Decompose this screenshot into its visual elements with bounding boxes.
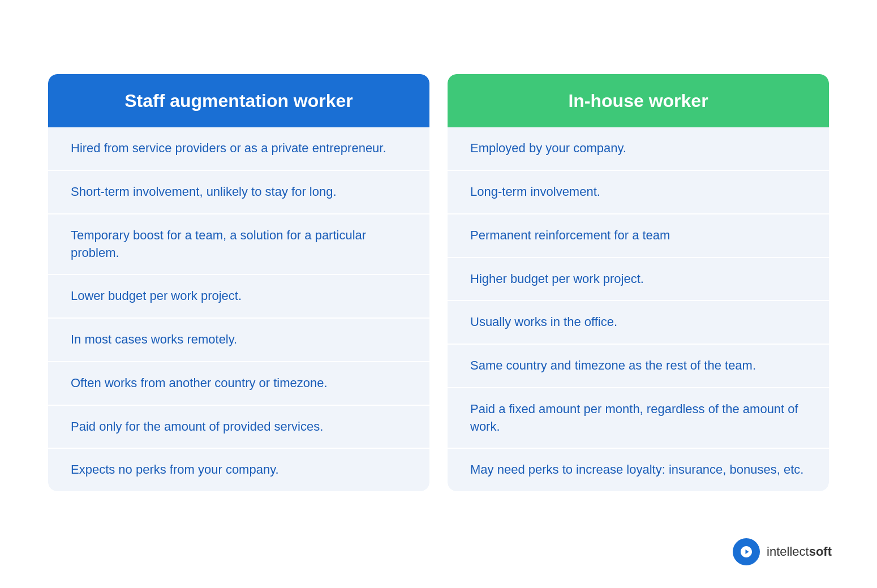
staff-augmentation-header: Staff augmentation worker [48, 74, 429, 127]
list-item: Hired from service providers or as a pri… [48, 127, 429, 171]
in-house-title: In-house worker [568, 91, 708, 111]
in-house-column: In-house worker Employed by your company… [448, 74, 829, 492]
logo-svg [738, 544, 754, 560]
list-item: In most cases works remotely. [48, 319, 429, 362]
staff-augmentation-body: Hired from service providers or as a pri… [48, 127, 429, 491]
list-item: Employed by your company. [448, 127, 829, 171]
staff-augmentation-column: Staff augmentation worker Hired from ser… [48, 74, 429, 492]
list-item: Expects no perks from your company. [48, 449, 429, 491]
list-item: Lower budget per work project. [48, 275, 429, 319]
list-item: Same country and timezone as the rest of… [448, 345, 829, 388]
intellectsoft-logo-icon [733, 538, 760, 565]
list-item: Paid a fixed amount per month, regardles… [448, 388, 829, 449]
page-container: Staff augmentation worker Hired from ser… [0, 0, 877, 588]
in-house-body: Employed by your company. Long-term invo… [448, 127, 829, 491]
in-house-header: In-house worker [448, 74, 829, 127]
list-item: Temporary boost for a team, a solution f… [48, 214, 429, 276]
list-item: Higher budget per work project. [448, 258, 829, 302]
comparison-table: Staff augmentation worker Hired from ser… [48, 74, 829, 492]
staff-augmentation-title: Staff augmentation worker [124, 91, 353, 111]
list-item: Often works from another country or time… [48, 362, 429, 406]
intellectsoft-logo-text: intellectsoft [767, 544, 832, 559]
list-item: Paid only for the amount of provided ser… [48, 406, 429, 449]
list-item: May need perks to increase loyalty: insu… [448, 449, 829, 491]
list-item: Usually works in the office. [448, 301, 829, 345]
list-item: Long-term involvement. [448, 171, 829, 214]
logo-area: intellectsoft [733, 538, 832, 565]
list-item: Permanent reinforcement for a team [448, 214, 829, 258]
list-item: Short-term involvement, unlikely to stay… [48, 171, 429, 214]
